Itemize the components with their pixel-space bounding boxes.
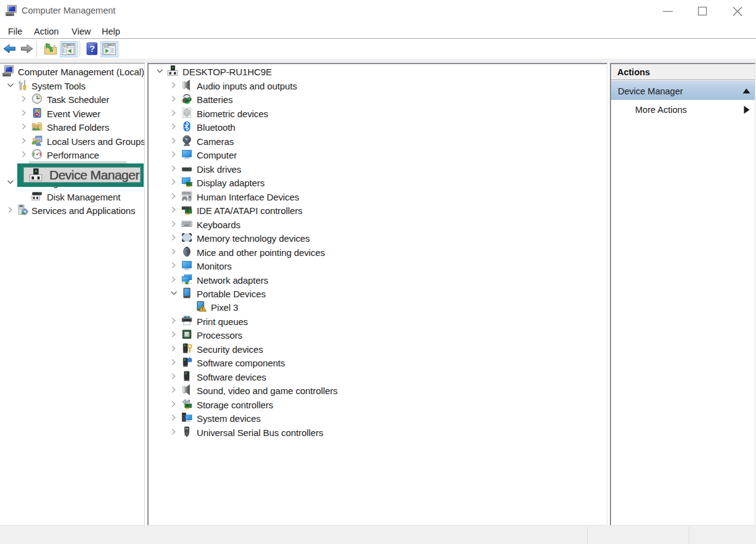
svg-text:?: ? [89, 43, 95, 54]
